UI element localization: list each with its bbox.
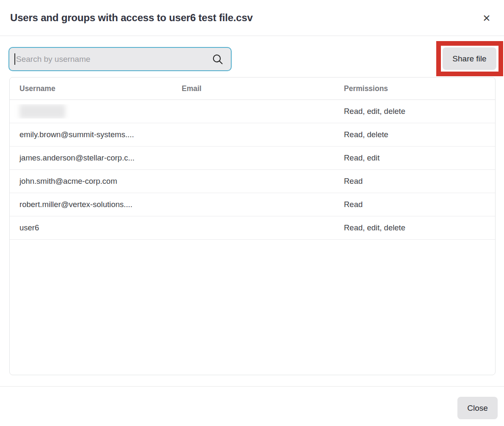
permissions-cell: Read, edit bbox=[334, 153, 495, 163]
column-header-permissions: Permissions bbox=[334, 84, 495, 93]
access-table: Username Email Permissions Read, edit, d… bbox=[9, 77, 496, 375]
permissions-cell: Read, delete bbox=[334, 130, 495, 139]
username-cell bbox=[10, 104, 172, 119]
permissions-cell: Read, edit, delete bbox=[334, 107, 495, 116]
search-icon[interactable] bbox=[212, 53, 224, 65]
username-cell: robert.miller@vertex-solutions.... bbox=[10, 200, 172, 209]
text-caret bbox=[14, 53, 15, 65]
redacted-username bbox=[19, 104, 65, 119]
column-header-username: Username bbox=[10, 84, 172, 93]
table-header-row: Username Email Permissions bbox=[10, 77, 495, 100]
close-button[interactable]: Close bbox=[457, 397, 498, 419]
username-cell: emily.brown@summit-systems.... bbox=[10, 130, 172, 139]
username-cell: james.anderson@stellar-corp.c... bbox=[10, 153, 172, 163]
permissions-cell: Read bbox=[334, 177, 495, 186]
table-row[interactable]: emily.brown@summit-systems.... Read, del… bbox=[10, 123, 495, 147]
table-row[interactable]: user6 Read, edit, delete bbox=[10, 216, 495, 240]
search-placeholder: Search by username bbox=[16, 55, 212, 64]
table-row[interactable]: Read, edit, delete bbox=[10, 100, 495, 123]
dialog-header: Users and groups with access to user6 te… bbox=[0, 0, 504, 36]
permissions-cell: Read bbox=[334, 200, 495, 209]
share-file-button[interactable]: Share file bbox=[443, 47, 496, 70]
username-cell: user6 bbox=[10, 223, 172, 232]
table-row[interactable]: robert.miller@vertex-solutions.... Read bbox=[10, 193, 495, 216]
table-row[interactable]: james.anderson@stellar-corp.c... Read, e… bbox=[10, 147, 495, 170]
username-cell: john.smith@acme-corp.com bbox=[10, 177, 172, 186]
dialog-title: Users and groups with access to user6 te… bbox=[10, 12, 253, 24]
search-input[interactable]: Search by username bbox=[8, 47, 232, 71]
permissions-cell: Read, edit, delete bbox=[334, 223, 495, 232]
table-row[interactable]: john.smith@acme-corp.com Read bbox=[10, 170, 495, 193]
column-header-email: Email bbox=[172, 84, 334, 93]
footer-divider bbox=[0, 386, 504, 387]
close-icon[interactable]: ✕ bbox=[479, 11, 494, 25]
